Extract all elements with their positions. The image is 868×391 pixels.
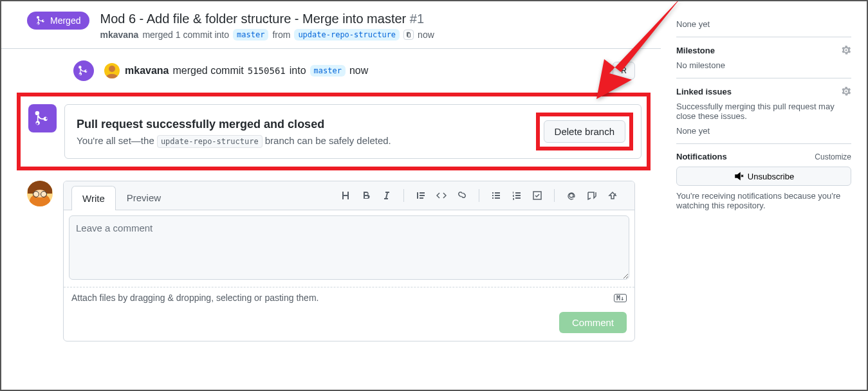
deletable-branch: update-repo-structure bbox=[157, 135, 263, 148]
gear-icon[interactable] bbox=[841, 45, 851, 55]
preview-tab[interactable]: Preview bbox=[116, 185, 172, 210]
quote-icon[interactable] bbox=[412, 186, 430, 205]
attach-hint[interactable]: Attach files by dragging & dropping, sel… bbox=[71, 293, 319, 303]
pr-subtitle: mkavana merged 1 commit into master from… bbox=[100, 29, 661, 41]
mute-icon bbox=[734, 171, 744, 181]
copy-icon[interactable] bbox=[403, 30, 414, 40]
commit-sha[interactable]: 5150561 bbox=[248, 66, 286, 76]
ul-icon[interactable] bbox=[487, 186, 505, 205]
head-branch-pill[interactable]: update-repo-structure bbox=[294, 29, 400, 41]
unsubscribe-button[interactable]: Unsubscribe bbox=[676, 167, 851, 186]
link-icon[interactable] bbox=[453, 186, 471, 205]
revert-button[interactable]: R bbox=[613, 62, 635, 80]
mention-icon[interactable] bbox=[562, 186, 580, 205]
sidebar-linked-issues: Linked issues Successfully merging this … bbox=[676, 78, 851, 143]
tl-author[interactable]: mkavana bbox=[125, 65, 169, 77]
comment-textarea[interactable] bbox=[69, 215, 629, 280]
reference-icon[interactable] bbox=[583, 186, 601, 205]
success-desc: You're all set—the update-repo-structure… bbox=[77, 135, 391, 146]
customize-link[interactable]: Customize bbox=[815, 152, 851, 161]
sidebar: None yet Milestone No milestone Linked i… bbox=[661, 1, 867, 390]
pr-number: #1 bbox=[410, 12, 424, 26]
success-heading: Pull request successfully merged and clo… bbox=[77, 118, 391, 131]
md-toolbar bbox=[331, 181, 627, 210]
git-merge-icon bbox=[36, 15, 46, 26]
sidebar-milestone: Milestone No milestone bbox=[676, 37, 851, 78]
gear-icon[interactable] bbox=[841, 86, 851, 96]
pr-time: now bbox=[418, 30, 434, 40]
pr-title: Mod 6 - Add file & folder structure - Me… bbox=[100, 12, 661, 26]
sidebar-notifications: Notifications Customize Unsubscribe You'… bbox=[676, 144, 851, 218]
comment-form: Write Preview bbox=[63, 181, 635, 341]
comment-submit-button[interactable]: Comment bbox=[559, 312, 627, 333]
base-branch-pill[interactable]: master bbox=[233, 29, 268, 41]
merge-icon bbox=[28, 104, 57, 132]
target-branch-pill[interactable]: master bbox=[310, 65, 346, 77]
merge-success-callout: Pull request successfully merged and clo… bbox=[17, 93, 651, 170]
merge-badge-icon bbox=[73, 60, 94, 81]
markdown-help-icon[interactable]: M↓ bbox=[614, 294, 627, 302]
tasklist-icon[interactable] bbox=[528, 186, 546, 205]
heading-icon[interactable] bbox=[337, 186, 355, 205]
author-avatar[interactable] bbox=[104, 63, 120, 78]
delete-branch-button[interactable]: Delete branch bbox=[544, 120, 625, 143]
write-tab[interactable]: Write bbox=[71, 186, 116, 210]
pr-header: Merged Mod 6 - Add file & folder structu… bbox=[1, 12, 661, 48]
state-badge: Merged bbox=[27, 12, 89, 30]
pr-author[interactable]: mkavana bbox=[100, 30, 138, 40]
saved-reply-icon[interactable] bbox=[604, 186, 622, 205]
state-label: Merged bbox=[50, 15, 80, 26]
italic-icon[interactable] bbox=[378, 186, 396, 205]
sidebar-assignees: None yet bbox=[676, 12, 851, 37]
ol-icon[interactable] bbox=[508, 186, 526, 205]
current-user-avatar[interactable] bbox=[27, 181, 53, 206]
bold-icon[interactable] bbox=[357, 186, 375, 205]
timeline-merge-event: mkavana merged commit 5150561 into maste… bbox=[27, 49, 661, 93]
code-icon[interactable] bbox=[432, 186, 450, 205]
